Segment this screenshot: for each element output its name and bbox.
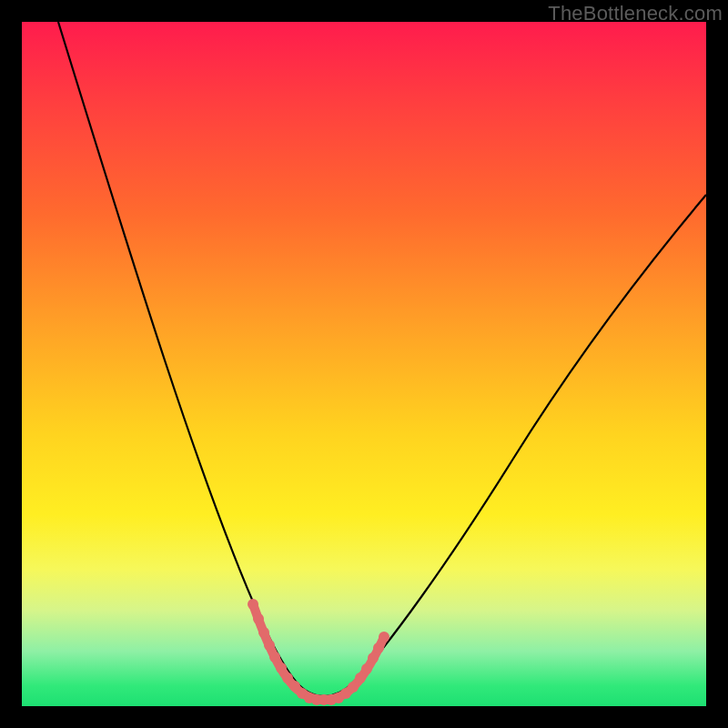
bottleneck-highlight-path: [253, 604, 384, 700]
highlight-dot: [258, 627, 269, 638]
highlight-dot: [269, 652, 280, 662]
highlight-dot: [368, 652, 379, 663]
highlight-dot: [264, 640, 275, 651]
chart-frame: TheBottleneck.com: [0, 0, 728, 728]
highlight-dot: [248, 599, 258, 610]
highlight-dot: [253, 613, 264, 624]
bottleneck-curve-path: [58, 22, 706, 696]
highlight-dot: [379, 632, 389, 642]
plot-area: [22, 22, 706, 706]
highlight-dot: [361, 663, 372, 674]
highlight-dot: [348, 682, 359, 693]
highlight-dot: [276, 662, 287, 673]
highlight-dot: [282, 672, 293, 683]
highlight-dot: [373, 642, 384, 653]
curve-svg: [22, 22, 706, 706]
highlight-dot: [355, 672, 366, 683]
